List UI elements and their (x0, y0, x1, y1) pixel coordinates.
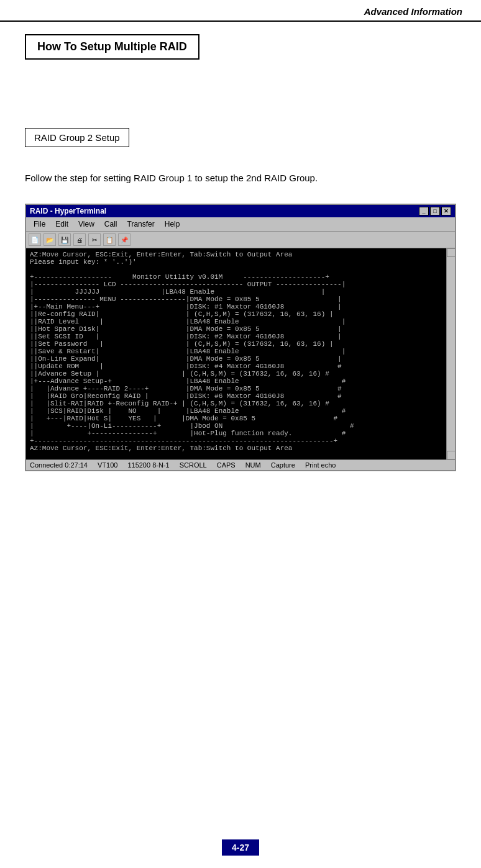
terminal-line-20: | |RAID Gro|Reconfig RAID | |DISK: #6 Ma… (30, 392, 442, 400)
terminal-line-8: |+--Main Menu---+ |DISK: #1 Maxtor 4G160… (30, 303, 442, 310)
scrollbar-up[interactable]: ▲ (447, 248, 455, 257)
status-print-echo: Print echo (305, 461, 336, 469)
menu-help[interactable]: Help (160, 219, 185, 230)
terminal-screen: AZ:Move Cursor, ESC:Exit, Enter:Enter, T… (30, 251, 442, 452)
terminal-titlebar: RAID - HyperTerminal _ □ ✕ (26, 205, 455, 217)
menu-edit[interactable]: Edit (50, 219, 73, 230)
toolbar-open-icon[interactable]: 📂 (44, 233, 56, 246)
page-number: 4-27 (222, 839, 259, 856)
terminal-line-3 (30, 266, 442, 273)
section-title-box: How To Setup Multiple RAID (25, 34, 199, 60)
titlebar-buttons: _ □ ✕ (419, 207, 451, 215)
terminal-line-25: | +---------------+ |Hot-Plug function r… (30, 430, 442, 437)
terminal-line-27: AZ:Move Cursor, ESC:Exit, Enter:Enter, T… (30, 445, 442, 452)
body-text: Follow the step for setting RAID Group 1… (25, 171, 456, 185)
terminal-line-22: | |SCS|RAID|Disk | NO | |LBA48 Enable # (30, 407, 442, 415)
terminal-line-24: | +----|On-Li-----------+ |Jbod ON # (30, 422, 442, 430)
menu-transfer[interactable]: Transfer (122, 219, 160, 230)
terminal-line-5: |---------------- LCD ------------------… (30, 281, 442, 288)
terminal-statusbar: Connected 0:27:14 VT100 115200 8-N-1 SCR… (26, 459, 455, 470)
terminal-line-2: Please input key: * '..')' (30, 258, 442, 266)
section-title: How To Setup Multiple RAID (37, 40, 187, 53)
toolbar-copy-icon[interactable]: 📋 (103, 233, 116, 246)
terminal-window: RAID - HyperTerminal _ □ ✕ File Edit Vie… (25, 204, 456, 471)
page-header: Advanced Information (0, 0, 481, 22)
terminal-line-18: |+---Advance Setup-+ |LBA48 Enable # (30, 377, 442, 385)
terminal-line-4: +------------------- Monitor Utility v0.… (30, 273, 442, 281)
terminal-line-17: ||Advance Setup | | (C,H,S,M) = (317632,… (30, 370, 442, 377)
menu-file[interactable]: File (29, 219, 50, 230)
toolbar-save-icon[interactable]: 💾 (58, 233, 71, 246)
status-vt100: VT100 (98, 461, 117, 469)
status-capture: Capture (271, 461, 295, 469)
terminal-line-16: ||Update ROM | |DISK: #4 Maxtor 4G160J8 … (30, 363, 442, 370)
close-button[interactable]: ✕ (441, 207, 451, 215)
terminal-body: AZ:Move Cursor, ESC:Exit, Enter:Enter, T… (26, 248, 455, 459)
minimize-button[interactable]: _ (419, 207, 429, 215)
terminal-line-12: ||Set SCSI ID | |DISK: #2 Maxtor 4G160J8… (30, 333, 442, 340)
terminal-line-23: | +---|RAID|Hot S| YES | |DMA Mode = 0x8… (30, 415, 442, 422)
menu-view[interactable]: View (73, 219, 99, 230)
terminal-title: RAID - HyperTerminal (30, 207, 106, 215)
subsection-title: RAID Group 2 Setup (34, 132, 120, 143)
terminal-line-13: ||Set Password | | (C,H,S,M) = (317632, … (30, 340, 442, 348)
terminal-line-19: | |Advance +----RAID 2----+ |DMA Mode = … (30, 385, 442, 392)
status-num: NUM (245, 461, 261, 469)
toolbar-cut-icon[interactable]: ✂ (88, 233, 101, 246)
main-content: How To Setup Multiple RAID RAID Group 2 … (0, 22, 481, 515)
terminal-line-21: | |Slit-RAI|RAID +-Reconfig RAID-+ | (C,… (30, 400, 442, 407)
terminal-scrollbar[interactable]: ▲ ▼ (446, 248, 455, 459)
maximize-button[interactable]: □ (430, 207, 440, 215)
terminal-line-14: ||Save & Restart| |LBA48 Enable | (30, 348, 442, 355)
terminal-line-11: ||Hot Spare Disk| |DMA Mode = 0x85 5 | (30, 325, 442, 333)
toolbar-new-icon[interactable]: 📄 (29, 233, 41, 246)
status-baud: 115200 8-N-1 (127, 461, 169, 469)
scrollbar-down[interactable]: ▼ (447, 451, 455, 459)
terminal-line-1: AZ:Move Cursor, ESC:Exit, Enter:Enter, T… (30, 251, 442, 258)
toolbar-paste-icon[interactable]: 📌 (118, 233, 131, 246)
terminal-line-10: ||RAID Level | |LBA48 Enable | (30, 318, 442, 325)
status-scroll: SCROLL (180, 461, 207, 469)
status-caps: CAPS (217, 461, 236, 469)
terminal-menubar: File Edit View Call Transfer Help (26, 217, 455, 232)
terminal-line-26: +---------------------------------------… (30, 437, 442, 445)
status-connected: Connected 0:27:14 (30, 461, 88, 469)
terminal-line-15: ||On-Line Expand| |DMA Mode = 0x85 5 | (30, 355, 442, 363)
terminal-line-6: | JJJJJJ |LBA48 Enable | (30, 288, 442, 296)
toolbar-print-icon[interactable]: 🖨 (73, 233, 86, 246)
header-title: Advanced Information (364, 6, 462, 17)
terminal-toolbar: 📄 📂 💾 🖨 ✂ 📋 📌 (26, 232, 455, 248)
subsection-box: RAID Group 2 Setup (25, 128, 129, 147)
menu-call[interactable]: Call (99, 219, 122, 230)
terminal-line-9: ||Re-config RAID| | (C,H,S,M) = (317632,… (30, 310, 442, 318)
terminal-line-7: |--------------- MENU ----------------|D… (30, 296, 442, 303)
